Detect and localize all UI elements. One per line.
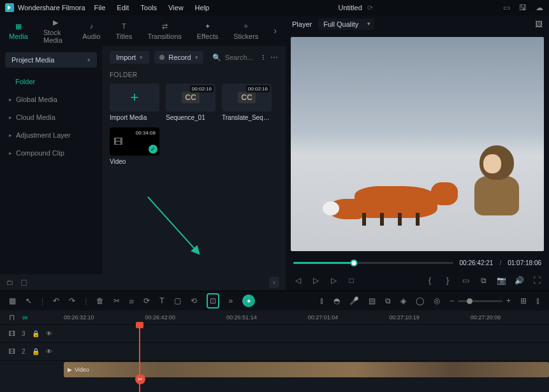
cc-icon: CC (182, 92, 199, 103)
lock-icon[interactable]: 🔒 (32, 348, 40, 355)
sidebar-folder[interactable]: Folder (0, 73, 102, 91)
sequence-tile[interactable]: 00:02:16CC Sequence_01 (166, 83, 216, 121)
sidebar-adjustment-layer[interactable]: ▸Adjustment Layer (0, 126, 102, 144)
zoom-in-icon[interactable]: + (506, 296, 511, 305)
quality-select[interactable]: Full Quality (318, 18, 374, 30)
volume-icon[interactable]: 🔊 (515, 276, 523, 285)
menu-help[interactable]: Help (195, 4, 210, 11)
chevron-right-icon: ▸ (9, 114, 12, 120)
project-media-button[interactable]: Project Media▾ (5, 52, 97, 68)
search-input[interactable] (225, 54, 253, 61)
stop-icon[interactable]: □ (347, 276, 356, 285)
track-3[interactable]: 🎞3🔒👁 (0, 324, 549, 342)
zoom-thumb[interactable] (467, 298, 472, 304)
mark-in-icon[interactable]: { (425, 276, 434, 285)
snapshot-icon[interactable]: 🖼 (535, 20, 543, 29)
redo-icon[interactable]: ↷ (69, 296, 75, 305)
prev-frame-icon[interactable]: ◁ (293, 276, 302, 285)
timeline-ruler[interactable]: ⊓ ∞ 00:26:32:10 00:26:42:00 00:26:51:14 … (0, 310, 549, 324)
settings-icon[interactable]: ⫿ (536, 296, 540, 305)
media-content: Import▾ Record▾ 🔍 ⫶ ⋯ FOLDER + Import Me… (102, 46, 286, 274)
search-field[interactable]: 🔍 (209, 54, 256, 62)
layout-icon[interactable]: ▭ (502, 3, 511, 12)
new-folder-icon[interactable]: 🗀 (6, 278, 14, 287)
delete-icon[interactable]: 🗑 (96, 296, 104, 305)
sidebar-compound-clip[interactable]: ▸Compound Clip (0, 144, 102, 162)
record-button[interactable]: Record▾ (154, 51, 203, 64)
track-2[interactable]: 🎞2🔒👁 (0, 342, 549, 360)
preview-viewport[interactable] (291, 37, 544, 251)
menu-edit[interactable]: Edit (117, 4, 129, 11)
tab-titles[interactable]: TTitles (116, 21, 133, 40)
titlebar: Wondershare Filmora File Edit Tools View… (0, 0, 549, 15)
video-tile[interactable]: 00:34:08🎞✓ Video (110, 127, 159, 165)
dot-icon[interactable]: ◯ (416, 296, 424, 305)
crop-icon[interactable]: ⎄ (129, 296, 134, 305)
lock-icon[interactable]: 🔒 (32, 330, 40, 337)
speed-icon[interactable]: ⟳ (143, 296, 150, 305)
target-icon[interactable]: ◎ (434, 296, 440, 305)
chain-icon[interactable]: ⧉ (385, 296, 391, 305)
tabs-more-icon[interactable]: › (274, 25, 277, 36)
eye-icon[interactable]: 👁 (46, 330, 52, 337)
tab-transitions[interactable]: ⇄Transitions (147, 21, 181, 40)
play-icon[interactable]: ▷ (329, 276, 338, 285)
ruler-labels: 00:26:32:10 00:26:42:00 00:26:51:14 00:2… (64, 314, 549, 321)
sidebar-cloud-media[interactable]: ▸Cloud Media (0, 108, 102, 126)
grid-icon[interactable]: ▦ (9, 296, 16, 305)
magnet-icon[interactable]: ⊓ (9, 313, 15, 322)
save-icon[interactable]: 🖫 (518, 3, 527, 12)
menu-file[interactable]: File (94, 4, 106, 11)
display-icon[interactable]: ▭ (461, 276, 470, 285)
sync-icon[interactable]: ⟳ (367, 4, 373, 12)
cut-icon[interactable]: ✂ (113, 296, 120, 305)
tab-audio[interactable]: ♪Audio (82, 21, 100, 40)
track-video[interactable]: ▶Video (0, 360, 549, 381)
track-icon: 🎞 (9, 348, 15, 355)
more-icon[interactable]: ⋯ (270, 53, 278, 62)
camera-icon[interactable]: 📷 (497, 276, 506, 285)
highlighted-tool[interactable]: ⊡ (207, 293, 219, 309)
rotate-icon[interactable]: ⟲ (191, 296, 197, 305)
collapse-icon[interactable]: ‹ (269, 277, 279, 288)
menu-tools[interactable]: Tools (140, 4, 157, 11)
caption-icon[interactable]: ▤ (369, 296, 376, 305)
marker2-icon[interactable]: ◈ (400, 296, 406, 305)
mark-out-icon[interactable]: } (443, 276, 452, 285)
preview-scrubber[interactable]: 00:26:42:21 / 01:07:18:06 (286, 255, 549, 270)
rect-icon[interactable]: ▢ (174, 296, 181, 305)
import-button[interactable]: Import▾ (110, 51, 149, 64)
text-icon[interactable]: T (159, 296, 164, 305)
pointer-icon[interactable]: ↖ (26, 296, 32, 305)
ai-button[interactable]: ✦ (242, 294, 255, 307)
scrubber-thumb[interactable] (351, 259, 358, 266)
mixer-icon[interactable]: ⫿ (320, 296, 324, 305)
tab-media[interactable]: ▦Media (9, 21, 28, 40)
menu-view[interactable]: View (168, 4, 184, 11)
eye-icon[interactable]: 👁 (46, 348, 52, 355)
tab-effects[interactable]: ✦Effects (197, 21, 218, 40)
player-label: Player (292, 20, 312, 28)
link-icon[interactable]: ∞ (22, 313, 28, 322)
mic-icon[interactable]: 🎤 (349, 296, 359, 305)
filter-icon[interactable]: ⫶ (261, 53, 265, 62)
tab-stickers[interactable]: ✧Stickers (233, 21, 258, 40)
folder-icon[interactable]: ▢ (20, 278, 27, 287)
fullscreen-icon[interactable]: ⛶ (532, 276, 541, 285)
next-frame-icon[interactable]: ▷ (311, 276, 320, 285)
more-tools-icon[interactable]: » (229, 296, 233, 305)
app-name: Wondershare Filmora (18, 4, 85, 11)
cloud-icon[interactable]: ☁ (535, 3, 544, 12)
zoom-out-icon[interactable]: − (450, 296, 454, 305)
sidebar-global-media[interactable]: ▸Global Media (0, 91, 102, 108)
tab-stock-media[interactable]: ▶Stock Media (43, 17, 67, 44)
media-icon: ▦ (12, 21, 25, 31)
import-media-tile[interactable]: + Import Media (110, 83, 159, 121)
shield-icon[interactable]: ◓ (333, 296, 340, 305)
playhead-marker[interactable]: ✂ (135, 374, 145, 384)
undo-icon[interactable]: ↶ (53, 296, 59, 305)
screen-icon[interactable]: ⧉ (479, 276, 488, 285)
fit-icon[interactable]: ⊞ (520, 296, 527, 305)
zoom-control[interactable]: − + (450, 296, 511, 305)
translate-sequence-tile[interactable]: 00:02:16CC Translate_Seque... (222, 83, 272, 121)
